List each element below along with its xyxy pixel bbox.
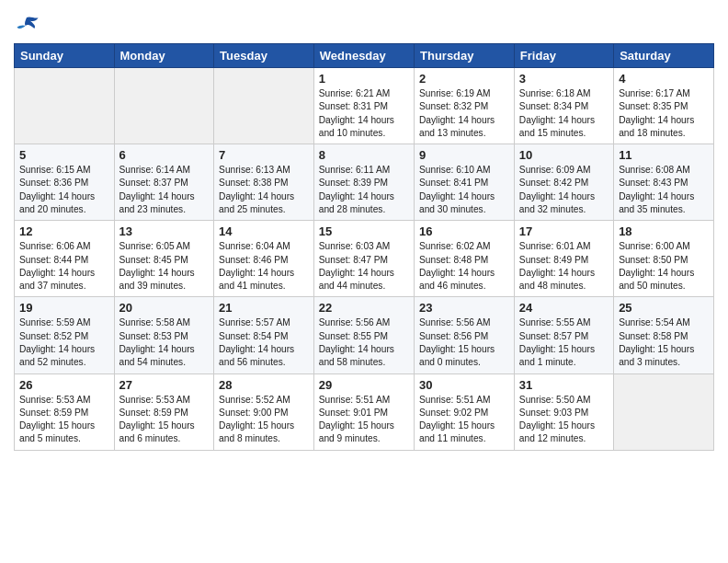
day-info: Sunrise: 6:09 AM Sunset: 8:42 PM Dayligh… (519, 164, 609, 216)
weekday-header-wednesday: Wednesday (313, 44, 414, 68)
calendar-table: SundayMondayTuesdayWednesdayThursdayFrid… (14, 43, 714, 451)
calendar-cell: 7Sunrise: 6:13 AM Sunset: 8:38 PM Daylig… (214, 144, 314, 221)
day-info: Sunrise: 6:21 AM Sunset: 8:31 PM Dayligh… (319, 87, 409, 140)
calendar-cell: 3Sunrise: 6:18 AM Sunset: 8:34 PM Daylig… (514, 68, 613, 144)
calendar-week-row: 1Sunrise: 6:21 AM Sunset: 8:31 PM Daylig… (15, 68, 714, 144)
day-number: 18 (619, 224, 709, 238)
day-info: Sunrise: 5:51 AM Sunset: 9:02 PM Dayligh… (419, 394, 509, 446)
day-number: 17 (519, 224, 609, 238)
calendar-cell: 21Sunrise: 5:57 AM Sunset: 8:54 PM Dayli… (214, 297, 314, 373)
calendar-cell: 5Sunrise: 6:15 AM Sunset: 8:36 PM Daylig… (15, 144, 115, 221)
calendar-cell: 16Sunrise: 6:02 AM Sunset: 8:48 PM Dayli… (415, 221, 515, 297)
day-number: 19 (19, 301, 109, 315)
day-info: Sunrise: 5:53 AM Sunset: 8:59 PM Dayligh… (119, 394, 210, 446)
day-number: 10 (519, 148, 609, 162)
calendar-cell: 15Sunrise: 6:03 AM Sunset: 8:47 PM Dayli… (313, 221, 414, 297)
day-number: 20 (119, 301, 210, 315)
day-number: 7 (219, 148, 309, 162)
day-info: Sunrise: 6:13 AM Sunset: 8:38 PM Dayligh… (219, 164, 309, 216)
day-info: Sunrise: 6:15 AM Sunset: 8:36 PM Dayligh… (19, 164, 109, 216)
calendar-cell (614, 373, 714, 450)
calendar-cell: 31Sunrise: 5:50 AM Sunset: 9:03 PM Dayli… (514, 373, 613, 450)
calendar-cell: 23Sunrise: 5:56 AM Sunset: 8:56 PM Dayli… (415, 297, 515, 373)
day-info: Sunrise: 5:58 AM Sunset: 8:53 PM Dayligh… (119, 316, 210, 369)
day-info: Sunrise: 5:56 AM Sunset: 8:56 PM Dayligh… (419, 316, 509, 369)
calendar-cell: 14Sunrise: 6:04 AM Sunset: 8:46 PM Dayli… (214, 221, 314, 297)
day-number: 21 (219, 301, 309, 315)
weekday-header-friday: Friday (514, 44, 613, 68)
calendar-cell (214, 68, 314, 144)
day-info: Sunrise: 6:04 AM Sunset: 8:46 PM Dayligh… (219, 240, 309, 293)
day-info: Sunrise: 5:51 AM Sunset: 9:01 PM Dayligh… (319, 394, 409, 446)
calendar-cell: 1Sunrise: 6:21 AM Sunset: 8:31 PM Daylig… (313, 68, 414, 144)
day-number: 2 (419, 72, 509, 86)
calendar-cell: 22Sunrise: 5:56 AM Sunset: 8:55 PM Dayli… (313, 297, 414, 373)
calendar-cell: 28Sunrise: 5:52 AM Sunset: 9:00 PM Dayli… (214, 373, 314, 450)
day-number: 1 (319, 72, 409, 86)
day-info: Sunrise: 5:59 AM Sunset: 8:52 PM Dayligh… (19, 316, 109, 369)
day-info: Sunrise: 5:52 AM Sunset: 9:00 PM Dayligh… (219, 394, 309, 446)
day-info: Sunrise: 5:56 AM Sunset: 8:55 PM Dayligh… (319, 316, 409, 369)
calendar-cell: 4Sunrise: 6:17 AM Sunset: 8:35 PM Daylig… (614, 68, 714, 144)
calendar-cell: 2Sunrise: 6:19 AM Sunset: 8:32 PM Daylig… (415, 68, 515, 144)
calendar-cell: 24Sunrise: 5:55 AM Sunset: 8:57 PM Dayli… (514, 297, 613, 373)
day-number: 29 (319, 378, 409, 392)
day-number: 6 (119, 148, 210, 162)
day-number: 31 (519, 378, 609, 392)
logo-bird-icon (14, 14, 40, 34)
calendar-week-row: 26Sunrise: 5:53 AM Sunset: 8:59 PM Dayli… (15, 373, 714, 450)
day-number: 8 (319, 148, 409, 162)
day-info: Sunrise: 6:06 AM Sunset: 8:44 PM Dayligh… (19, 240, 109, 293)
calendar-cell: 20Sunrise: 5:58 AM Sunset: 8:53 PM Dayli… (114, 297, 214, 373)
calendar-cell: 26Sunrise: 5:53 AM Sunset: 8:59 PM Dayli… (15, 373, 115, 450)
calendar-cell (114, 68, 214, 144)
day-info: Sunrise: 5:53 AM Sunset: 8:59 PM Dayligh… (19, 394, 109, 446)
calendar-cell: 13Sunrise: 6:05 AM Sunset: 8:45 PM Dayli… (114, 221, 214, 297)
calendar-cell: 19Sunrise: 5:59 AM Sunset: 8:52 PM Dayli… (15, 297, 115, 373)
calendar-cell: 9Sunrise: 6:10 AM Sunset: 8:41 PM Daylig… (415, 144, 515, 221)
calendar-week-row: 19Sunrise: 5:59 AM Sunset: 8:52 PM Dayli… (15, 297, 714, 373)
calendar-cell: 17Sunrise: 6:01 AM Sunset: 8:49 PM Dayli… (514, 221, 613, 297)
day-number: 14 (219, 224, 309, 238)
day-number: 25 (619, 301, 709, 315)
calendar-cell: 8Sunrise: 6:11 AM Sunset: 8:39 PM Daylig… (313, 144, 414, 221)
day-info: Sunrise: 6:02 AM Sunset: 8:48 PM Dayligh… (419, 240, 509, 293)
calendar-cell (15, 68, 115, 144)
day-info: Sunrise: 6:10 AM Sunset: 8:41 PM Dayligh… (419, 164, 509, 216)
day-info: Sunrise: 6:17 AM Sunset: 8:35 PM Dayligh… (619, 87, 709, 140)
calendar-cell: 25Sunrise: 5:54 AM Sunset: 8:58 PM Dayli… (614, 297, 714, 373)
day-info: Sunrise: 6:01 AM Sunset: 8:49 PM Dayligh… (519, 240, 609, 293)
day-info: Sunrise: 6:03 AM Sunset: 8:47 PM Dayligh… (319, 240, 409, 293)
day-number: 15 (319, 224, 409, 238)
weekday-header-sunday: Sunday (15, 44, 115, 68)
day-info: Sunrise: 5:54 AM Sunset: 8:58 PM Dayligh… (619, 316, 709, 369)
day-number: 24 (519, 301, 609, 315)
day-number: 16 (419, 224, 509, 238)
calendar-cell: 6Sunrise: 6:14 AM Sunset: 8:37 PM Daylig… (114, 144, 214, 221)
page-header (14, 14, 714, 34)
day-number: 4 (619, 72, 709, 86)
weekday-header-saturday: Saturday (614, 44, 714, 68)
day-number: 5 (19, 148, 109, 162)
calendar-cell: 11Sunrise: 6:08 AM Sunset: 8:43 PM Dayli… (614, 144, 714, 221)
day-number: 3 (519, 72, 609, 86)
calendar-cell: 18Sunrise: 6:00 AM Sunset: 8:50 PM Dayli… (614, 221, 714, 297)
calendar-week-row: 12Sunrise: 6:06 AM Sunset: 8:44 PM Dayli… (15, 221, 714, 297)
day-info: Sunrise: 6:00 AM Sunset: 8:50 PM Dayligh… (619, 240, 709, 293)
calendar-cell: 12Sunrise: 6:06 AM Sunset: 8:44 PM Dayli… (15, 221, 115, 297)
day-number: 12 (19, 224, 109, 238)
weekday-header-tuesday: Tuesday (214, 44, 314, 68)
calendar-header-row: SundayMondayTuesdayWednesdayThursdayFrid… (15, 44, 714, 68)
calendar-cell: 29Sunrise: 5:51 AM Sunset: 9:01 PM Dayli… (313, 373, 414, 450)
day-number: 13 (119, 224, 210, 238)
day-info: Sunrise: 6:19 AM Sunset: 8:32 PM Dayligh… (419, 87, 509, 140)
day-number: 11 (619, 148, 709, 162)
day-number: 23 (419, 301, 509, 315)
calendar-week-row: 5Sunrise: 6:15 AM Sunset: 8:36 PM Daylig… (15, 144, 714, 221)
day-info: Sunrise: 5:50 AM Sunset: 9:03 PM Dayligh… (519, 394, 609, 446)
calendar-cell: 27Sunrise: 5:53 AM Sunset: 8:59 PM Dayli… (114, 373, 214, 450)
day-number: 27 (119, 378, 210, 392)
calendar-cell: 30Sunrise: 5:51 AM Sunset: 9:02 PM Dayli… (415, 373, 515, 450)
weekday-header-thursday: Thursday (415, 44, 515, 68)
day-info: Sunrise: 6:05 AM Sunset: 8:45 PM Dayligh… (119, 240, 210, 293)
